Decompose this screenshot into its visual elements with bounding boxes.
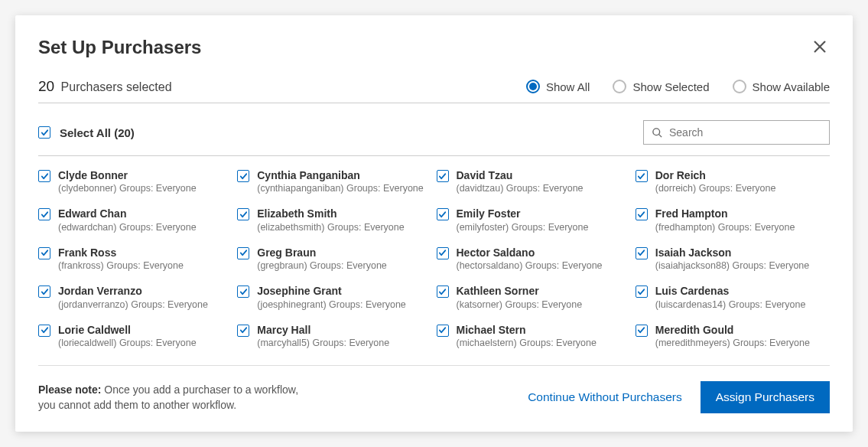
- continue-without-button[interactable]: Continue Without Purchasers: [528, 390, 682, 404]
- purchaser-name: Kathleen Sorner: [457, 284, 583, 298]
- purchaser-checkbox[interactable]: [636, 325, 648, 337]
- purchaser-sub: (meredithmeyers) Groups: Everyone: [655, 337, 810, 349]
- select-all-checkbox[interactable]: [38, 126, 50, 139]
- purchaser-item: Hector Saldano(hectorsaldano) Groups: Ev…: [437, 246, 626, 272]
- purchaser-info: Fred Hampton(fredhampton) Groups: Everyo…: [655, 207, 795, 233]
- purchaser-sub: (isaiahjackson88) Groups: Everyone: [655, 259, 810, 272]
- purchaser-name: Jordan Verranzo: [58, 284, 208, 298]
- purchaser-name: Michael Stern: [457, 323, 597, 337]
- purchaser-sub: (clydebonner) Groups: Everyone: [58, 182, 197, 194]
- radio-show-all[interactable]: Show All: [526, 80, 590, 93]
- purchaser-info: Marcy Hall(marcyhall5) Groups: Everyone: [257, 323, 389, 349]
- purchaser-item: Kathleen Sorner(katsorner) Groups: Every…: [437, 284, 626, 310]
- purchaser-name: Fred Hampton: [655, 207, 795, 220]
- purchaser-info: Josephine Grant(joesphinegrant) Groups: …: [257, 284, 406, 310]
- purchaser-list[interactable]: Clyde Bonner(clydebonner) Groups: Everyo…: [38, 168, 830, 362]
- purchaser-info: Dor Reich(dorreich) Groups: Everyone: [655, 168, 776, 194]
- selected-text: Purchasers selected: [61, 80, 172, 93]
- purchaser-name: Cynthia Panganiban: [257, 168, 424, 182]
- purchaser-checkbox[interactable]: [636, 208, 648, 220]
- purchaser-checkbox[interactable]: [237, 247, 249, 259]
- purchaser-item: Dor Reich(dorreich) Groups: Everyone: [636, 168, 825, 194]
- note-text-1: Once you add a purchaser to a workflow,: [101, 383, 298, 396]
- purchaser-item: Isaiah Jackson(isaiahjackson88) Groups: …: [636, 246, 825, 272]
- radio-circle-icon: [613, 80, 626, 93]
- purchaser-name: Hector Saldano: [457, 246, 603, 259]
- purchaser-checkbox[interactable]: [437, 247, 449, 259]
- purchaser-info: Greg Braun(gregbraun) Groups: Everyone: [257, 246, 387, 272]
- purchaser-name: Greg Braun: [257, 246, 387, 259]
- purchaser-sub: (elizabethsmith) Groups: Everyone: [257, 221, 404, 233]
- purchaser-item: Meredith Gould(meredithmeyers) Groups: E…: [636, 323, 825, 349]
- radio-label: Show Available: [753, 80, 830, 93]
- purchaser-info: Edward Chan(edwardchan) Groups: Everyone: [58, 207, 197, 233]
- purchaser-checkbox[interactable]: [237, 285, 249, 298]
- footer-note: Please note: Once you add a purchaser to…: [38, 382, 298, 413]
- purchaser-checkbox[interactable]: [38, 325, 50, 337]
- purchaser-checkbox[interactable]: [237, 325, 249, 337]
- purchaser-grid: Clyde Bonner(clydebonner) Groups: Everyo…: [38, 168, 830, 349]
- purchaser-info: Clyde Bonner(clydebonner) Groups: Everyo…: [58, 168, 197, 194]
- purchaser-item: David Tzau(davidtzau) Groups: Everyone: [437, 168, 626, 194]
- purchaser-name: David Tzau: [457, 168, 584, 182]
- purchaser-sub: (cynthiapanganiban) Groups: Everyone: [257, 182, 424, 194]
- search-icon: [652, 127, 663, 139]
- radio-circle-icon: [526, 80, 540, 93]
- purchaser-info: Isaiah Jackson(isaiahjackson88) Groups: …: [655, 246, 810, 272]
- purchaser-item: Josephine Grant(joesphinegrant) Groups: …: [237, 284, 427, 310]
- purchaser-sub: (joesphinegrant) Groups: Everyone: [257, 299, 406, 311]
- assign-purchasers-button[interactable]: Assign Purchasers: [701, 381, 830, 413]
- purchaser-checkbox[interactable]: [636, 247, 648, 259]
- purchaser-item: Michael Stern(michaelstern) Groups: Ever…: [437, 323, 626, 349]
- purchaser-checkbox[interactable]: [38, 208, 50, 220]
- purchaser-checkbox[interactable]: [38, 247, 50, 259]
- purchaser-checkbox[interactable]: [38, 285, 50, 298]
- purchaser-checkbox[interactable]: [437, 208, 449, 220]
- purchaser-item: Emily Foster(emilyfoster) Groups: Everyo…: [437, 207, 626, 233]
- purchaser-checkbox[interactable]: [437, 170, 449, 182]
- purchaser-item: Clyde Bonner(clydebonner) Groups: Everyo…: [38, 168, 228, 194]
- purchaser-item: Greg Braun(gregbraun) Groups: Everyone: [237, 246, 427, 272]
- purchaser-checkbox[interactable]: [636, 285, 648, 298]
- purchaser-checkbox[interactable]: [437, 325, 449, 337]
- svg-point-2: [653, 128, 660, 135]
- purchaser-sub: (jordanverranzo) Groups: Everyone: [58, 299, 208, 311]
- purchaser-item: Elizabeth Smith(elizabethsmith) Groups: …: [237, 207, 427, 233]
- modal-header: Set Up Purchasers: [38, 37, 830, 58]
- close-icon[interactable]: [810, 37, 830, 57]
- purchaser-checkbox[interactable]: [437, 285, 449, 298]
- setup-purchasers-modal: Set Up Purchasers 20 Purchasers selected…: [15, 15, 853, 432]
- purchaser-name: Lorie Caldwell: [58, 323, 197, 337]
- purchaser-sub: (emilyfoster) Groups: Everyone: [457, 221, 589, 233]
- purchaser-item: Edward Chan(edwardchan) Groups: Everyone: [38, 207, 228, 233]
- purchaser-info: Frank Ross(frankross) Groups: Everyone: [58, 246, 184, 272]
- purchaser-info: Michael Stern(michaelstern) Groups: Ever…: [457, 323, 597, 349]
- purchaser-item: Frank Ross(frankross) Groups: Everyone: [38, 246, 228, 272]
- purchaser-sub: (loriecaldwell) Groups: Everyone: [58, 337, 197, 349]
- controls-row: 20 Purchasers selected Show All Show Sel…: [38, 78, 830, 103]
- radio-show-available[interactable]: Show Available: [733, 80, 830, 93]
- modal-title: Set Up Purchasers: [38, 37, 201, 58]
- purchaser-name: Frank Ross: [58, 246, 184, 259]
- select-all-row: Select All (20): [38, 120, 830, 156]
- purchaser-checkbox[interactable]: [237, 170, 249, 182]
- select-all-label: Select All (20): [60, 126, 135, 139]
- purchaser-info: Jordan Verranzo(jordanverranzo) Groups: …: [58, 284, 208, 310]
- modal-footer: Please note: Once you add a purchaser to…: [38, 365, 830, 413]
- selected-count: 20: [38, 78, 54, 94]
- purchaser-checkbox[interactable]: [237, 208, 249, 220]
- purchaser-sub: (hectorsaldano) Groups: Everyone: [457, 259, 603, 272]
- purchaser-checkbox[interactable]: [38, 170, 50, 182]
- purchaser-sub: (katsorner) Groups: Everyone: [457, 299, 583, 311]
- purchaser-checkbox[interactable]: [636, 170, 648, 182]
- purchaser-name: Dor Reich: [655, 168, 776, 182]
- purchaser-info: Emily Foster(emilyfoster) Groups: Everyo…: [457, 207, 589, 233]
- purchaser-sub: (marcyhall5) Groups: Everyone: [257, 337, 389, 349]
- purchaser-name: Emily Foster: [457, 207, 589, 220]
- search-field[interactable]: [643, 120, 830, 145]
- purchaser-name: Isaiah Jackson: [655, 246, 810, 259]
- radio-show-selected[interactable]: Show Selected: [613, 80, 709, 93]
- search-input[interactable]: [669, 126, 821, 139]
- purchaser-item: Lorie Caldwell(loriecaldwell) Groups: Ev…: [38, 323, 228, 349]
- purchaser-item: Marcy Hall(marcyhall5) Groups: Everyone: [237, 323, 427, 349]
